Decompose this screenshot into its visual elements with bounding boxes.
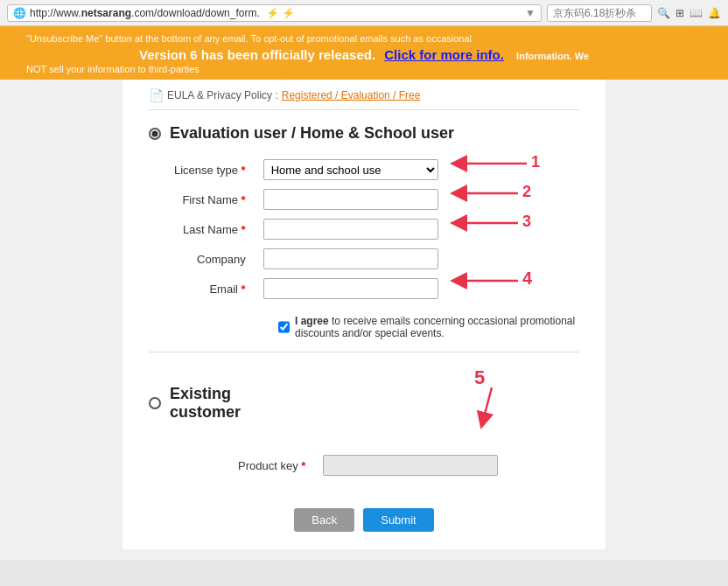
url-bold-part: netsarang xyxy=(81,7,131,19)
browser-search-input[interactable] xyxy=(547,4,652,22)
book-icon[interactable]: 📖 xyxy=(690,7,703,19)
last-name-label: Last Name * xyxy=(149,214,256,244)
sub-notification-bottom: NOT sell your information to third-parti… xyxy=(26,62,702,78)
arrow-5-svg: 5 xyxy=(474,368,579,438)
existing-section-title: Existing customer xyxy=(170,385,290,422)
back-button[interactable]: Back xyxy=(294,508,354,532)
last-name-input[interactable] xyxy=(263,219,438,240)
company-label: Company xyxy=(149,244,256,274)
url-bar[interactable]: 🌐 http://www.netsarang.com/download/down… xyxy=(7,4,542,22)
eval-form-table: License type * Home and school use Evalu… xyxy=(149,155,579,303)
click-more-link[interactable]: Click for more info. xyxy=(384,47,504,62)
email-input[interactable] xyxy=(263,278,438,299)
agree-checkbox[interactable] xyxy=(278,321,290,333)
email-required: * xyxy=(242,283,246,296)
svg-text:2: 2 xyxy=(522,183,531,200)
license-type-select[interactable]: Home and school use Evaluation xyxy=(263,159,438,180)
bell-icon[interactable]: 🔔 xyxy=(708,7,721,19)
url-suffix: .com/download/down_form. xyxy=(131,7,260,19)
license-type-label: License type * xyxy=(149,155,256,185)
eval-section: Evaluation user / Home & School user Lic… xyxy=(149,124,579,352)
grid-icon[interactable]: ⊞ xyxy=(676,7,684,19)
last-name-input-cell xyxy=(256,214,448,244)
first-name-required: * xyxy=(242,193,246,206)
sub-notification-top: "Unsubscribe Me" button at the bottom of… xyxy=(26,33,702,44)
license-type-input-cell: Home and school use Evaluation xyxy=(256,155,448,185)
arrow-4-svg: 4 xyxy=(448,265,606,309)
eula-label: EULA & Privacy Policy : xyxy=(167,89,278,101)
button-row: Back Submit xyxy=(149,508,579,532)
notification-bar: "Unsubscribe Me" button at the bottom of… xyxy=(0,26,728,80)
pdf-icon: 📄 xyxy=(149,88,164,102)
content-panel: 📄 EULA & Privacy Policy : Registered / E… xyxy=(122,80,606,549)
submit-button[interactable]: Submit xyxy=(363,508,433,532)
browser-bar: 🌐 http://www.netsarang.com/download/down… xyxy=(0,0,728,26)
product-key-required: * xyxy=(301,459,305,472)
svg-text:3: 3 xyxy=(522,213,531,230)
eval-section-header: Evaluation user / Home & School user xyxy=(149,124,579,143)
existing-radio[interactable] xyxy=(149,397,161,409)
svg-text:5: 5 xyxy=(474,366,485,388)
first-name-input[interactable] xyxy=(263,189,438,210)
notification-main: Version 6 has been officially released. … xyxy=(26,47,702,62)
main-wrapper: 🌐 http://www.netsarang.com/download/down… xyxy=(0,0,728,560)
agree-checkbox-row: I agree to receive emails concerning occ… xyxy=(278,315,579,339)
email-row: Email * xyxy=(149,274,579,303)
url-dropdown-icon[interactable]: ▼ xyxy=(525,7,536,19)
product-key-input[interactable] xyxy=(323,455,498,476)
eval-section-title: Evaluation user / Home & School user xyxy=(170,124,454,143)
url-prefix: http://www. xyxy=(30,7,81,19)
notification-text: Version 6 has been officially released. xyxy=(139,47,375,62)
last-name-required: * xyxy=(242,223,246,236)
url-text: http://www.netsarang.com/download/down_f… xyxy=(30,7,295,19)
email-input-cell xyxy=(256,274,448,303)
agree-text: I agree to receive emails concerning occ… xyxy=(295,315,579,339)
eula-bar: 📄 EULA & Privacy Policy : Registered / E… xyxy=(149,88,579,110)
eval-radio[interactable] xyxy=(149,128,161,140)
existing-section-header: Existing customer 5 xyxy=(149,368,579,438)
arrow-3-svg: 3 xyxy=(448,210,606,245)
search-icon[interactable]: 🔍 xyxy=(657,7,670,19)
agree-strong: I agree xyxy=(295,315,329,327)
existing-form-table: Product key * xyxy=(149,450,579,480)
last-name-row: Last Name * xyxy=(149,214,579,244)
page-icon: 🌐 xyxy=(13,7,26,19)
company-input-cell xyxy=(256,244,448,274)
svg-line-14 xyxy=(483,387,492,421)
notification-extra: Information. We xyxy=(516,51,589,61)
eula-links[interactable]: Registered / Evaluation / Free xyxy=(282,89,421,101)
svg-text:1: 1 xyxy=(531,153,540,171)
license-type-required: * xyxy=(242,164,246,177)
right-icons: 🔍 ⊞ 📖 🔔 xyxy=(547,4,721,22)
email-label: Email * xyxy=(149,274,256,303)
first-name-input-cell xyxy=(256,185,448,214)
svg-text:4: 4 xyxy=(522,269,533,288)
product-key-row: Product key * xyxy=(149,450,579,480)
company-input[interactable] xyxy=(263,248,438,269)
existing-section: Existing customer 5 Product key xyxy=(149,368,579,492)
arrow-4-cell: 4 xyxy=(448,274,579,303)
first-name-label: First Name * xyxy=(149,185,256,214)
arrow-3-cell: 3 xyxy=(448,214,579,244)
product-key-label: Product key * xyxy=(149,450,316,480)
url-icons: ⚡ ⚡ xyxy=(266,7,295,19)
product-key-input-cell xyxy=(316,450,579,480)
